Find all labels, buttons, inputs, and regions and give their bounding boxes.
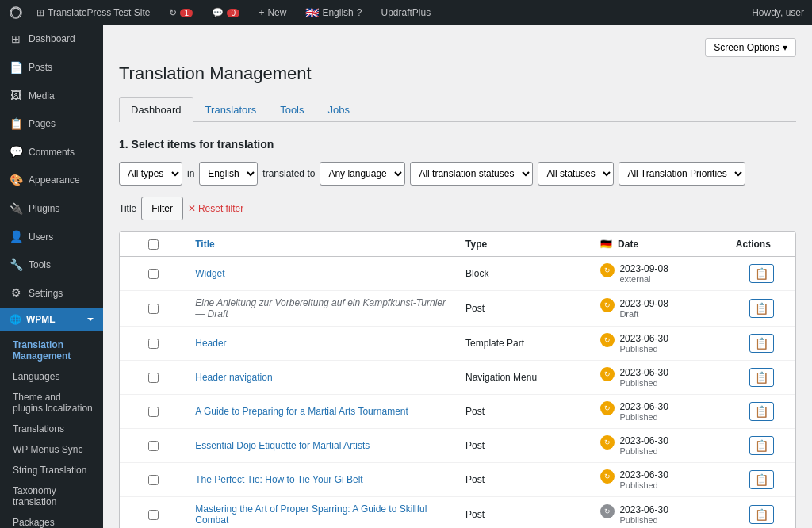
adminbar-site-name[interactable]: ⊞ TranslatePress Test Site bbox=[30, 0, 156, 25]
adminbar-language[interactable]: 🇬🇧 English ? bbox=[299, 0, 368, 25]
filter-type-select[interactable]: All types bbox=[119, 162, 182, 186]
row-title-link[interactable]: Essential Dojo Etiquette for Martial Art… bbox=[195, 440, 370, 451]
row-checkbox[interactable] bbox=[148, 373, 159, 383]
row-action-button[interactable]: 📋 bbox=[749, 505, 774, 524]
select-all-checkbox[interactable] bbox=[148, 239, 159, 250]
row-type: Post bbox=[465, 406, 485, 417]
status-icon-inner: ↻ bbox=[604, 404, 611, 412]
sidebar-item-users[interactable]: 👤 Users bbox=[0, 223, 103, 251]
adminbar-updates[interactable]: ↻ 1 bbox=[163, 0, 199, 25]
items-table-wrapper: Title Type 🇩🇪 Date Actions bbox=[119, 231, 796, 528]
tab-tools[interactable]: Tools bbox=[268, 97, 316, 122]
row-actions-cell: 📋 bbox=[728, 257, 795, 291]
row-type: Block bbox=[465, 268, 488, 279]
row-date-cell: ↻ 2023-06-30 Published bbox=[592, 395, 727, 429]
row-date: 2023-09-08 bbox=[619, 263, 668, 274]
filter-translation-status-select[interactable]: All translation statuses bbox=[410, 162, 533, 186]
sidebar-item-taxonomy-translation[interactable]: Taxonomy translation bbox=[0, 480, 103, 512]
col-header-title[interactable]: Title bbox=[187, 232, 458, 257]
row-action-button[interactable]: 📋 bbox=[749, 402, 774, 421]
row-action-button[interactable]: 📋 bbox=[749, 264, 774, 283]
row-title-link[interactable]: Eine Anleitung zur Vorbereitung auf ein … bbox=[195, 297, 446, 319]
adminbar-comments[interactable]: 💬 0 bbox=[205, 0, 246, 25]
filter-in-label: in bbox=[187, 168, 194, 179]
row-checkbox[interactable] bbox=[148, 339, 159, 349]
row-title-link[interactable]: The Perfect Tie: How to Tie Your Gi Belt bbox=[195, 474, 362, 485]
screen-options-chevron: ▾ bbox=[783, 42, 787, 53]
adminbar-new[interactable]: + New bbox=[252, 0, 293, 25]
screen-options-button[interactable]: Screen Options ▾ bbox=[705, 38, 796, 57]
adminbar-updraftplus[interactable]: UpdraftPlus bbox=[374, 0, 437, 25]
row-checkbox[interactable] bbox=[148, 510, 159, 520]
comments-badge: 0 bbox=[227, 9, 239, 17]
table-row: Widget Block ↻ 2023-09-08 external bbox=[120, 257, 795, 291]
admin-bar: ⊞ TranslatePress Test Site ↻ 1 💬 0 + New… bbox=[0, 0, 812, 25]
filter-actions-row: Title Filter ✕ Reset filter bbox=[119, 197, 796, 220]
sidebar-item-wp-menus-sync[interactable]: WP Menus Sync bbox=[0, 439, 103, 460]
row-date-status: Published bbox=[619, 446, 668, 456]
tab-dashboard[interactable]: Dashboard bbox=[119, 97, 193, 122]
row-checkbox-cell bbox=[120, 327, 187, 361]
items-table: Title Type 🇩🇪 Date Actions bbox=[120, 232, 795, 528]
row-checkbox[interactable] bbox=[148, 475, 159, 485]
row-action-button[interactable]: 📋 bbox=[749, 334, 774, 353]
sidebar-item-posts[interactable]: 📄 Posts bbox=[0, 54, 103, 82]
sidebar-item-theme-plugins[interactable]: Theme and plugins localization bbox=[0, 387, 103, 419]
row-title-cell: A Guide to Preparing for a Martial Arts … bbox=[187, 395, 458, 429]
filter-priorities-select[interactable]: All Translation Priorities bbox=[619, 162, 745, 186]
tab-jobs[interactable]: Jobs bbox=[316, 97, 362, 122]
sidebar-item-media[interactable]: 🖼 Media bbox=[0, 82, 103, 110]
row-checkbox[interactable] bbox=[148, 441, 159, 451]
row-date-cell: ↻ 2023-06-30 Published bbox=[592, 361, 727, 395]
row-date: 2023-06-30 bbox=[619, 435, 668, 446]
filter-button[interactable]: Filter bbox=[141, 197, 183, 220]
sidebar-item-plugins[interactable]: 🔌 Plugins bbox=[0, 195, 103, 224]
de-flag-icon: 🇩🇪 bbox=[600, 239, 612, 250]
row-title-link[interactable]: Widget bbox=[195, 268, 224, 279]
tab-translators[interactable]: Translators bbox=[193, 97, 269, 122]
sidebar-item-comments[interactable]: 💬 Comments bbox=[0, 138, 103, 166]
row-title-link[interactable]: Header navigation bbox=[195, 372, 272, 383]
sidebar-item-dashboard[interactable]: ⊞ Dashboard bbox=[0, 25, 103, 54]
row-checkbox[interactable] bbox=[148, 269, 159, 279]
row-title-cell: The Perfect Tie: How to Tie Your Gi Belt bbox=[187, 463, 458, 497]
row-action-button[interactable]: 📋 bbox=[749, 470, 774, 489]
sidebar-label-comments: Comments bbox=[29, 146, 94, 159]
filter-any-language-select[interactable]: Any language bbox=[320, 162, 405, 186]
sidebar-item-packages[interactable]: Packages bbox=[0, 512, 103, 528]
sidebar-label-plugins: Plugins bbox=[29, 202, 94, 216]
sidebar-item-languages[interactable]: Languages bbox=[0, 366, 103, 387]
reset-filter-link[interactable]: ✕ Reset filter bbox=[188, 203, 243, 214]
sidebar-item-tools[interactable]: 🔧 Tools bbox=[0, 251, 103, 280]
status-dot: ↻ bbox=[600, 367, 615, 381]
filter-language-select[interactable]: English bbox=[199, 162, 258, 186]
row-title-cell: Header navigation bbox=[187, 361, 458, 395]
row-action-button[interactable]: 📋 bbox=[749, 368, 774, 387]
adminbar-user: Howdy, user bbox=[752, 7, 804, 18]
row-checkbox[interactable] bbox=[148, 304, 159, 314]
row-actions-cell: 📋 bbox=[728, 361, 795, 395]
row-title-link[interactable]: Mastering the Art of Proper Sparring: A … bbox=[195, 503, 427, 526]
wp-logo[interactable] bbox=[8, 5, 24, 21]
date-info: 2023-06-30 Published bbox=[619, 435, 668, 456]
translate-icon: 📋 bbox=[755, 439, 768, 452]
filter-status-select[interactable]: All statuses bbox=[538, 162, 614, 186]
row-title-link[interactable]: Header bbox=[195, 338, 226, 349]
wpml-menu-header[interactable]: 🌐 WPML bbox=[0, 308, 103, 331]
sidebar-item-appearance[interactable]: 🎨 Appearance bbox=[0, 166, 103, 195]
sidebar-item-string-translation[interactable]: String Translation bbox=[0, 460, 103, 480]
row-action-button[interactable]: 📋 bbox=[749, 436, 774, 455]
row-action-button[interactable]: 📋 bbox=[749, 299, 774, 318]
wpml-label: WPML bbox=[26, 314, 56, 325]
row-title-link[interactable]: A Guide to Preparing for a Martial Arts … bbox=[195, 406, 408, 417]
row-checkbox[interactable] bbox=[148, 407, 159, 417]
sidebar-item-translations[interactable]: Translations bbox=[0, 419, 103, 439]
date-info: 2023-06-30 Published bbox=[619, 367, 668, 388]
row-date-status: external bbox=[619, 274, 668, 284]
sidebar-item-settings[interactable]: ⚙ Settings bbox=[0, 279, 103, 308]
wpml-icon: 🌐 bbox=[10, 314, 21, 325]
sidebar-label-users: Users bbox=[29, 231, 94, 244]
sidebar-item-pages[interactable]: 📋 Pages bbox=[0, 110, 103, 139]
date-info: 2023-06-30 Published bbox=[619, 333, 668, 354]
sidebar-item-translation-management[interactable]: Translation Management bbox=[0, 335, 103, 366]
